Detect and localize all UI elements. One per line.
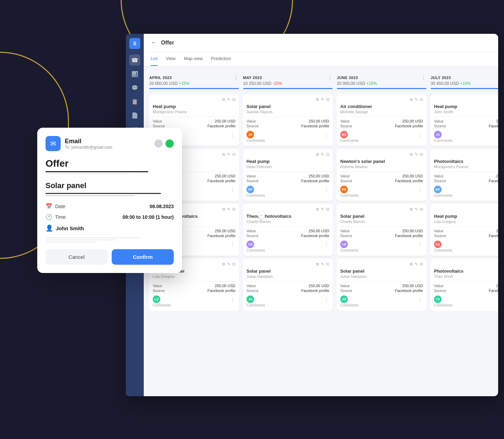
card-delete-icon[interactable]: ⊡ [232, 97, 235, 102]
card-comments-3-2[interactable]: Comments [434, 248, 498, 252]
card-delete-icon[interactable]: ⊡ [326, 207, 329, 212]
cancel-button[interactable]: Cancel [46, 249, 108, 265]
col-bar-2 [337, 88, 426, 89]
card-avatar-3-3: TS [434, 295, 442, 303]
col-bar-3 [431, 88, 498, 89]
col-more-btn-1[interactable]: ⋮ [327, 74, 333, 80]
sidebar-icon-chat[interactable]: 💬 [129, 82, 140, 93]
card-more-btn-1-3[interactable]: ⋮ [324, 296, 329, 303]
card-delete-icon[interactable]: ⊡ [420, 262, 423, 266]
card-edit-icon[interactable]: ✎ [415, 207, 418, 212]
card-copy-icon[interactable]: ⧉ [222, 262, 225, 266]
card-comments-3-0[interactable]: Comments [434, 138, 498, 143]
card-copy-icon[interactable]: ⧉ [222, 97, 225, 102]
card-comments-2-1[interactable]: Comments [340, 193, 423, 197]
tab-map-view[interactable]: Map view [184, 52, 203, 66]
card-comments-2-0[interactable]: Comments [340, 138, 423, 143]
card-delete-icon[interactable]: ⊡ [420, 97, 423, 102]
card-comments-2-3[interactable]: Comments [340, 303, 423, 307]
confirm-button[interactable]: Confirm [112, 249, 174, 265]
card-more-btn-2-3[interactable]: ⋮ [417, 296, 423, 303]
sidebar-icon-doc[interactable]: 📄 [129, 110, 140, 121]
card-more-btn-1-0[interactable]: ⋮ [324, 131, 329, 138]
card-copy-icon[interactable]: ⧉ [316, 262, 319, 266]
card-copy-icon[interactable]: ⧉ [410, 262, 413, 266]
card-edit-icon[interactable]: ✎ [227, 262, 230, 266]
sidebar-icon-chart[interactable]: 📊 [129, 68, 140, 79]
card-more-btn-1-2[interactable]: ⋮ [324, 241, 329, 248]
card-comments-1-2[interactable]: Comments [246, 248, 329, 252]
card-copy-icon[interactable]: ⧉ [316, 207, 319, 212]
modal-date-value: 08.08.2023 [150, 204, 174, 209]
tab-list[interactable]: List [151, 52, 158, 66]
card-source-row-2-1: Source Facebook profile [340, 179, 423, 183]
cards-container-2: ⧉ ✎ ⊡ Air conditioner Michelle Savage Va… [337, 94, 426, 311]
card-copy-icon[interactable]: ⧉ [316, 97, 319, 102]
card-comments-3-3[interactable]: Comments [434, 303, 498, 307]
card-copy-icon[interactable]: ⧉ [222, 152, 225, 157]
modal-date-row: 📅 Date 08.08.2023 [46, 203, 174, 209]
sidebar-collapse-button[interactable]: ‹ [258, 212, 265, 218]
card-more-btn-0-0[interactable]: ⋮ [230, 131, 235, 138]
card-comments-1-0[interactable]: Comments [246, 138, 329, 143]
col-more-btn-2[interactable]: ⋮ [421, 74, 426, 80]
card-comments-1-1[interactable]: Comments [246, 193, 329, 197]
card-edit-icon[interactable]: ✎ [321, 152, 324, 157]
card-edit-icon[interactable]: ✎ [227, 152, 230, 157]
modal-buttons: Cancel Confirm [46, 249, 174, 265]
card-edit-icon[interactable]: ✎ [415, 152, 418, 157]
card-source-row-3-3: Source Facebook profile [434, 289, 498, 293]
card-icons-2-3: ⧉ ✎ ⊡ [340, 262, 423, 266]
card-more-btn-1-1[interactable]: ⋮ [324, 186, 329, 193]
back-button[interactable]: ← [151, 39, 157, 46]
card-edit-icon[interactable]: ✎ [321, 207, 324, 212]
card-edit-icon[interactable]: ✎ [415, 262, 418, 266]
tab-prediction[interactable]: Prediction [211, 52, 231, 66]
sidebar-icon-phone[interactable]: ☎ [129, 55, 140, 66]
card-delete-icon[interactable]: ⊡ [326, 152, 329, 157]
card-copy-icon[interactable]: ⧉ [316, 152, 319, 157]
col-month-2: JUNE 2023 [337, 76, 358, 80]
card-comments-3-1[interactable]: Comments [434, 193, 498, 197]
card-comments-2-2[interactable]: Comments [340, 248, 423, 252]
modal-offer-title: Offer [46, 158, 174, 169]
card-edit-icon[interactable]: ✎ [321, 97, 324, 102]
card-more-btn-2-2[interactable]: ⋮ [417, 241, 423, 248]
card-title-0-0: Heat pump [153, 104, 235, 109]
card-delete-icon[interactable]: ⊡ [326, 97, 329, 102]
card-more-btn-0-3[interactable]: ⋮ [230, 296, 235, 303]
card-copy-icon[interactable]: ⧉ [410, 207, 413, 212]
card-footer-3-3: TS ⋮ [434, 295, 498, 303]
card-delete-icon[interactable]: ⊡ [232, 152, 235, 157]
card-comments-1-3[interactable]: Comments [246, 303, 329, 307]
sidebar-icon-clipboard[interactable]: 📋 [129, 96, 140, 107]
card-copy-icon[interactable]: ⧉ [222, 207, 225, 212]
person-line-1 [46, 237, 142, 238]
card-edit-icon[interactable]: ✎ [321, 262, 324, 266]
card-delete-icon[interactable]: ⊡ [420, 207, 423, 212]
card-delete-icon[interactable]: ⊡ [232, 262, 235, 266]
page-title: Offer [161, 40, 174, 46]
col-more-btn-0[interactable]: ⋮ [233, 74, 239, 80]
card-comments-0-3[interactable]: Comments [153, 303, 235, 307]
card-copy-icon[interactable]: ⧉ [410, 97, 413, 102]
card-copy-icon[interactable]: ⧉ [410, 152, 413, 157]
card-more-btn-2-0[interactable]: ⋮ [417, 131, 423, 138]
card-more-btn-0-2[interactable]: ⋮ [230, 241, 235, 248]
toggle-gray[interactable] [154, 139, 163, 148]
tab-view[interactable]: View [166, 52, 175, 66]
card-more-btn-0-1[interactable]: ⋮ [230, 186, 235, 193]
card-edit-icon[interactable]: ✎ [227, 97, 230, 102]
toggle-green[interactable] [165, 139, 174, 148]
card-person-3-0: John Smith [434, 110, 498, 114]
card-avatar-3-1: MP [434, 186, 442, 193]
card-1-1: ⧉ ✎ ⊡ Heat pump Dean Peterson Value 250,… [243, 149, 333, 201]
card-more-btn-2-1[interactable]: ⋮ [417, 186, 423, 193]
card-delete-icon[interactable]: ⊡ [326, 262, 329, 266]
card-divider-1-2 [246, 226, 329, 227]
card-delete-icon[interactable]: ⊡ [232, 207, 235, 212]
card-edit-icon[interactable]: ✎ [415, 97, 418, 102]
card-person-3-1: Montgomery Pearce [434, 165, 498, 169]
card-delete-icon[interactable]: ⊡ [420, 152, 423, 157]
card-edit-icon[interactable]: ✎ [227, 207, 230, 212]
